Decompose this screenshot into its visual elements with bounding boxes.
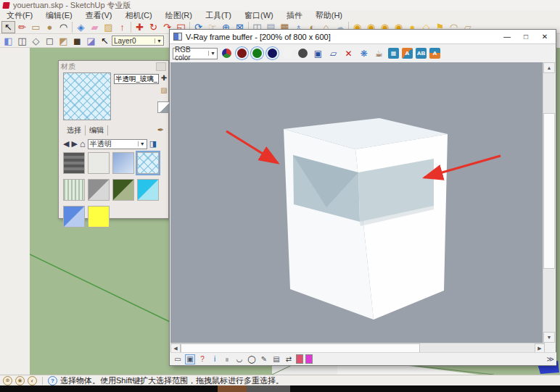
monochrome-style-icon[interactable]: ◪	[84, 35, 98, 47]
xray-style-icon[interactable]: ◧	[1, 35, 15, 47]
materials-tab-select[interactable]: 选择	[63, 125, 86, 135]
stamp-icon[interactable]: A	[429, 48, 440, 59]
eraser-tool-icon[interactable]: ▰	[88, 21, 102, 33]
vfb-swatch-magenta-icon[interactable]	[305, 354, 313, 364]
channel-combo-arrow-icon[interactable]: ▼	[208, 51, 215, 56]
model-info-icon[interactable]: ◐	[28, 376, 37, 385]
menu-edit[interactable]: 编辑(E)	[39, 10, 79, 21]
wireframe-style-icon[interactable]: ◇	[29, 35, 43, 47]
sample-paint-eyedropper-icon[interactable]: ✒	[157, 125, 168, 135]
vfb-histogram-icon[interactable]: ∎	[222, 354, 232, 364]
show-rgb-channel-icon[interactable]	[222, 49, 231, 58]
vscroll-up-arrow-icon[interactable]: ▲	[543, 62, 555, 73]
material-swatch-darkgreen-glass[interactable]	[112, 179, 134, 201]
menu-draw[interactable]: 绘图(R)	[159, 10, 199, 21]
vfb-swatch-red-icon[interactable]	[296, 354, 303, 364]
vray-window-titlebar[interactable]: V-Ray frame buffer - [200% of 800 x 600]…	[170, 30, 556, 44]
paint-bucket-icon[interactable]: ▨	[102, 21, 115, 33]
clear-image-icon[interactable]: ✕	[342, 47, 355, 59]
circle-tool-icon[interactable]: ●	[43, 21, 57, 33]
select-tool-icon[interactable]: ↖	[1, 21, 15, 33]
menu-file[interactable]: 文件(F)	[0, 10, 39, 21]
material-swatch-gray-glass[interactable]	[88, 179, 110, 201]
material-swatch-ribbed-glass[interactable]	[63, 179, 85, 201]
vfb-flip-icon[interactable]: ⇄	[284, 354, 294, 364]
pixel-information-icon[interactable]: ▦	[388, 48, 399, 59]
materials-panel-close-icon[interactable]	[156, 62, 166, 71]
menu-help[interactable]: 帮助(H)	[309, 10, 349, 21]
vfb-help-icon[interactable]: ?	[197, 354, 207, 364]
claim-credit-icon[interactable]: ◉	[15, 376, 25, 385]
vray-close-button[interactable]: ✕	[535, 31, 554, 43]
menu-tools[interactable]: 工具(T)	[199, 10, 238, 21]
material-swatch-speckle[interactable]	[88, 152, 110, 174]
menu-camera[interactable]: 相机(C)	[118, 10, 158, 21]
layer-combo-arrow-icon[interactable]: ▼	[155, 38, 162, 43]
create-material-button[interactable]: ✚	[159, 72, 170, 83]
vfb-monitor-icon[interactable]: ▭	[173, 354, 183, 364]
vfb-dock-icon[interactable]: ▣	[185, 354, 195, 364]
shaded-style-icon[interactable]: ◩	[57, 35, 70, 47]
save-image-icon[interactable]: ▣	[312, 47, 324, 59]
show-red-channel-icon[interactable]	[237, 49, 247, 58]
ab-vertical-compare-icon[interactable]: AB	[416, 48, 427, 59]
show-alpha-channel-icon[interactable]	[283, 49, 292, 58]
open-image-icon[interactable]: ▱	[327, 47, 339, 59]
move-tool-icon[interactable]: ✚	[133, 21, 147, 33]
collection-detail-button[interactable]: ◨	[149, 139, 157, 149]
textured-style-icon[interactable]: ◼	[70, 35, 84, 47]
collections-forward-button[interactable]: ▶	[71, 139, 77, 149]
rectangle-tool-icon[interactable]: ▭	[29, 21, 43, 33]
vfb-info-icon[interactable]: i	[210, 354, 220, 364]
vfb-expand-icon[interactable]: ≫	[547, 355, 554, 363]
materials-panel-titlebar[interactable]: 材质	[59, 61, 168, 72]
monochrome-mode-icon[interactable]	[298, 49, 308, 58]
show-blue-channel-icon[interactable]	[268, 49, 277, 58]
line-tool-icon[interactable]: ✏	[15, 21, 29, 33]
ab-horizontal-compare-icon[interactable]: A	[402, 48, 413, 59]
menu-plugins[interactable]: 插件	[280, 10, 309, 21]
arc-tool-icon[interactable]: ◠	[57, 21, 70, 33]
material-swatch-yellow[interactable]	[88, 206, 110, 228]
vscroll-down-arrow-icon[interactable]: ▼	[543, 332, 555, 343]
status-help-icon[interactable]: ?	[48, 376, 57, 385]
make-component-icon[interactable]: ◈	[74, 21, 88, 33]
materials-tab-edit[interactable]: 编辑	[86, 125, 108, 135]
vfb-pencil-icon[interactable]: ✎	[259, 354, 269, 364]
material-swatch-blue-glass[interactable]	[63, 206, 85, 228]
vfb-curve-icon[interactable]: ◡	[234, 354, 244, 364]
vray-maximize-button[interactable]: □	[516, 31, 535, 43]
material-name-input[interactable]	[114, 74, 159, 84]
vscroll-thumb[interactable]	[543, 113, 555, 269]
vray-minimize-button[interactable]: —	[498, 31, 516, 43]
collections-back-button[interactable]: ◀	[63, 139, 69, 149]
channel-combo[interactable]: RGB color ▼	[173, 48, 218, 59]
set-default-paint-button[interactable]: ▨	[159, 85, 170, 96]
vray-vertical-scrollbar[interactable]: ▲ ▼	[543, 62, 555, 343]
back-edges-style-icon[interactable]: ◫	[15, 35, 29, 47]
menu-view[interactable]: 查看(V)	[79, 10, 119, 21]
geolocation-icon[interactable]: ⊕	[3, 376, 12, 385]
push-pull-icon[interactable]: ↑	[115, 21, 129, 33]
vray-frame-buffer-window: V-Ray frame buffer - [200% of 800 x 600]…	[169, 29, 556, 366]
toolbar-separator[interactable]	[72, 22, 73, 33]
vray-horizontal-scrollbar[interactable]: ◀ ▶	[170, 343, 545, 353]
show-green-channel-icon[interactable]	[252, 49, 262, 58]
layer-combo[interactable]: Layer0 ▼	[112, 36, 164, 46]
material-swatch-cyan-glass[interactable]	[137, 179, 159, 201]
hidden-line-style-icon[interactable]: ◻	[43, 35, 57, 47]
menu-window[interactable]: 窗口(W)	[238, 10, 280, 21]
collection-combo-arrow-icon[interactable]: ▼	[138, 141, 145, 146]
material-swatch-safety-glass[interactable]	[137, 152, 159, 174]
styles-toolbar: ◧◫◇◻◩◼◪ ↖ Layer0 ▼	[0, 34, 178, 48]
track-mouse-icon[interactable]: ❋	[358, 47, 370, 59]
toolbar-separator[interactable]	[131, 22, 131, 33]
material-swatch-metal-mesh[interactable]	[63, 152, 85, 174]
render-last-teapot-icon[interactable]: ☕	[373, 47, 385, 59]
collection-combo[interactable]: 半透明 ▼	[88, 139, 147, 149]
vfb-exposure-icon[interactable]: ◯	[247, 354, 257, 364]
collections-home-button[interactable]: ⌂	[80, 138, 86, 149]
material-swatch-clouds[interactable]	[112, 152, 134, 174]
rotate-tool-icon[interactable]: ↻	[147, 21, 160, 33]
vfb-stats-icon[interactable]: ▤	[271, 354, 281, 364]
